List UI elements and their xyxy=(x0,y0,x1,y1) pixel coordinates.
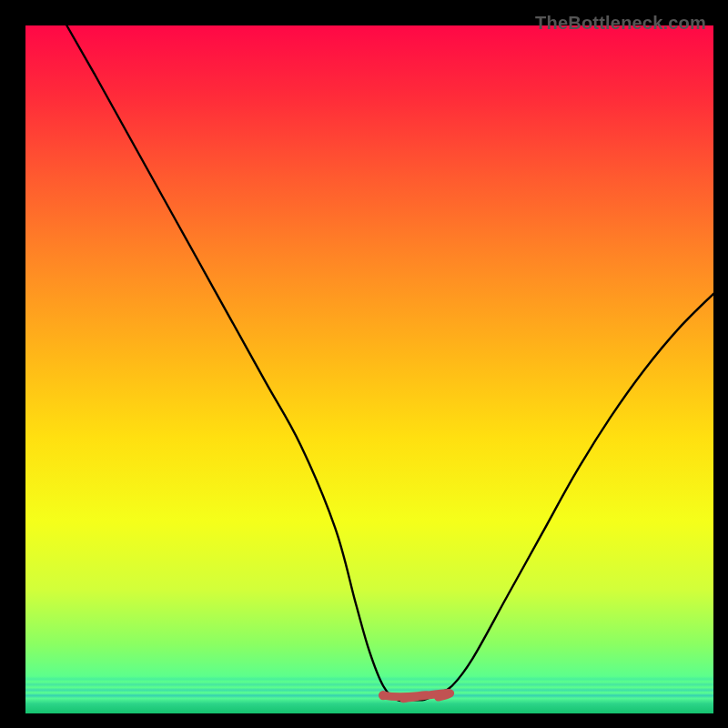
chart-frame: TheBottleneck.com xyxy=(5,5,723,723)
watermark-text: TheBottleneck.com xyxy=(535,13,706,34)
bottleneck-curve xyxy=(25,25,713,713)
svg-point-1 xyxy=(379,691,388,700)
